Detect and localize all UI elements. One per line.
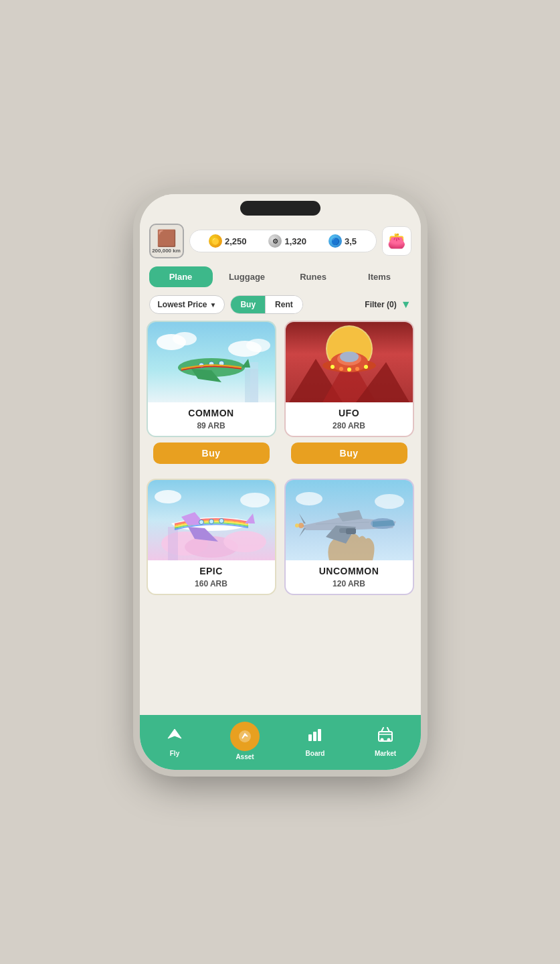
- card-image-ufo: [286, 322, 413, 402]
- svg-point-24: [155, 490, 181, 503]
- buy-common-button[interactable]: Buy: [153, 443, 270, 464]
- card-name-uncommon: UNCOMMON: [292, 566, 406, 576]
- svg-rect-37: [346, 528, 356, 534]
- svg-point-25: [240, 493, 270, 507]
- avatar-icon: 🟫: [157, 229, 177, 248]
- svg-point-19: [331, 365, 335, 369]
- gold-amount: 2,250: [225, 236, 247, 246]
- card-body-uncommon: UNCOMMON 120 ARB: [286, 560, 413, 594]
- card-wrapper-uncommon: UNCOMMON 120 ARB: [284, 479, 414, 595]
- wallet-icon: 👛: [387, 232, 405, 250]
- notch-bar: [240, 201, 320, 216]
- header-bar: 🟫 200,000 km 🟡 2,250 ⚙ 1,320 🔵 3,5 👛: [140, 218, 421, 264]
- svg-point-31: [209, 519, 213, 524]
- svg-point-28: [223, 531, 266, 552]
- fly-icon: [165, 725, 184, 748]
- card-body-ufo: UFO 280 ARB: [286, 402, 413, 436]
- silver-coin-icon: ⚙: [268, 234, 282, 248]
- card-price-ufo: 280 ARB: [292, 421, 406, 430]
- card-image-uncommon: [286, 480, 413, 560]
- avatar-km: 200,000 km: [152, 248, 181, 254]
- plane-card-common[interactable]: COMMON 89 ARB: [147, 321, 276, 437]
- filter-funnel-icon: ▼: [401, 299, 411, 311]
- svg-point-41: [239, 730, 251, 742]
- svg-rect-43: [313, 732, 316, 741]
- currency-silver: ⚙ 1,320: [268, 234, 306, 248]
- plane-card-uncommon[interactable]: UNCOMMON 120 ARB: [284, 479, 414, 595]
- nav-market[interactable]: Market: [369, 725, 402, 757]
- plane-card-ufo[interactable]: UFO 280 ARB: [284, 321, 414, 437]
- card-wrapper-epic: EPIC 160 ARB: [147, 479, 276, 595]
- svg-point-20: [339, 367, 343, 371]
- svg-point-32: [219, 519, 223, 524]
- sort-button[interactable]: Lowest Price ▼: [149, 295, 225, 314]
- nav-asset[interactable]: Asset: [228, 722, 262, 760]
- nav-fly-label: Fly: [170, 750, 179, 757]
- svg-point-40: [295, 524, 299, 528]
- card-price-uncommon: 120 ARB: [292, 579, 406, 588]
- card-body-common: COMMON 89 ARB: [148, 402, 275, 436]
- card-wrapper-ufo: UFO 280 ARB Buy: [284, 321, 414, 471]
- blue-coin-icon: 🔵: [329, 234, 342, 248]
- card-price-epic: 160 ARB: [155, 579, 268, 588]
- silver-amount: 1,320: [284, 236, 306, 246]
- svg-rect-44: [318, 729, 321, 741]
- blue-amount: 3,5: [345, 236, 357, 246]
- buy-toggle-button[interactable]: Buy: [231, 296, 265, 313]
- nav-board[interactable]: Board: [298, 725, 332, 757]
- svg-rect-42: [308, 734, 312, 741]
- nav-market-label: Market: [375, 750, 396, 757]
- svg-point-23: [364, 365, 368, 369]
- card-name-epic: EPIC: [155, 566, 268, 576]
- svg-point-39: [298, 523, 304, 528]
- card-name-ufo: UFO: [292, 408, 406, 418]
- market-icon: [376, 725, 395, 748]
- plane-card-epic[interactable]: EPIC 160 ARB: [147, 479, 276, 595]
- svg-point-22: [355, 367, 359, 371]
- screen: 🟫 200,000 km 🟡 2,250 ⚙ 1,320 🔵 3,5 👛: [140, 218, 421, 770]
- card-name-common: COMMON: [155, 408, 268, 418]
- avatar-box: 🟫 200,000 km: [149, 224, 184, 258]
- rent-toggle-button[interactable]: Rent: [266, 296, 302, 313]
- card-price-common: 89 ARB: [155, 421, 268, 430]
- nav-board-label: Board: [306, 750, 325, 757]
- card-wrapper-common: COMMON 89 ARB Buy: [147, 321, 276, 471]
- svg-point-46: [381, 738, 384, 742]
- buy-ufo-button[interactable]: Buy: [291, 443, 407, 464]
- phone-shell: 🟫 200,000 km 🟡 2,250 ⚙ 1,320 🔵 3,5 👛: [140, 194, 421, 770]
- tab-plane[interactable]: Plane: [149, 266, 213, 287]
- board-icon: [306, 725, 324, 748]
- asset-icon: [230, 722, 260, 751]
- nav-fly[interactable]: Fly: [158, 725, 191, 757]
- tab-runes[interactable]: Runes: [282, 266, 345, 287]
- category-tabs: Plane Luggage Runes Items: [140, 264, 421, 290]
- filter-button[interactable]: Filter (0) ▼: [365, 299, 411, 311]
- svg-point-47: [387, 738, 391, 742]
- cards-grid: COMMON 89 ARB Buy: [147, 321, 414, 602]
- tab-items[interactable]: Items: [348, 266, 411, 287]
- svg-point-34: [375, 494, 404, 509]
- phone-notch: [140, 194, 421, 218]
- wallet-button[interactable]: 👛: [382, 226, 411, 256]
- card-image-common: [148, 322, 275, 402]
- svg-point-3: [246, 339, 270, 352]
- svg-point-18: [340, 351, 359, 362]
- svg-rect-29: [168, 527, 178, 560]
- currency-blue: 🔵 3,5: [329, 234, 357, 248]
- chevron-down-icon: ▼: [210, 301, 217, 309]
- cards-scroll: COMMON 89 ARB Buy: [140, 321, 421, 715]
- filter-label: Filter (0): [365, 300, 396, 309]
- sort-label: Lowest Price: [158, 300, 207, 309]
- nav-asset-label: Asset: [236, 753, 254, 760]
- svg-point-1: [173, 332, 197, 345]
- filter-row: Lowest Price ▼ Buy Rent Filter (0) ▼: [140, 293, 421, 317]
- svg-rect-5: [250, 362, 258, 402]
- svg-point-30: [199, 520, 203, 525]
- svg-point-21: [347, 368, 351, 372]
- bottom-nav: Fly Asset: [140, 715, 421, 770]
- currency-gold: 🟡 2,250: [209, 234, 247, 248]
- buy-rent-toggle: Buy Rent: [230, 295, 302, 314]
- card-image-epic: [148, 480, 275, 560]
- tab-luggage[interactable]: Luggage: [215, 266, 279, 287]
- svg-point-33: [296, 492, 322, 505]
